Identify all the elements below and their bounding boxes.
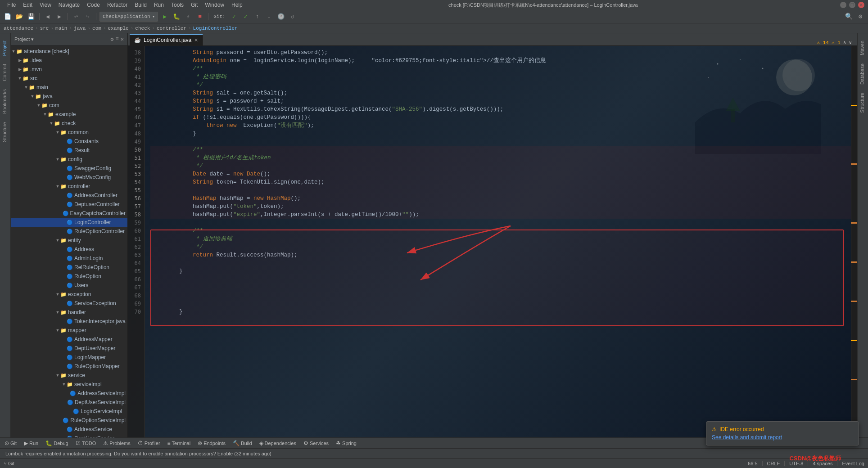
tree-item-controller[interactable]: ▼ 📁 controller [11, 182, 127, 191]
tab-bar-down[interactable]: ∨ [849, 40, 852, 45]
tree-item-loginserviceimpl[interactable]: 🔵 LoginServiceImpl [11, 407, 127, 416]
endpoints-bottom-btn[interactable]: ⊗ Endpoints [195, 438, 228, 448]
editor-content[interactable]: 3839404142434445464748495051525354555657… [128, 46, 857, 437]
tree-item-constants[interactable]: 🔵 Constants [11, 137, 127, 146]
close-button[interactable]: ✕ [858, 2, 864, 8]
error-details-link[interactable]: See details and submit report [712, 434, 853, 441]
search-everywhere-button[interactable]: 🔍 [844, 12, 854, 22]
menu-refactor[interactable]: Refactor [104, 0, 131, 10]
problems-bottom-btn[interactable]: ⚠ Problems [100, 438, 133, 448]
tree-item-mapper[interactable]: ▼ 📁 mapper [11, 326, 127, 335]
scroll-markers[interactable] [851, 46, 857, 437]
cursor-position[interactable]: 66:5 [748, 461, 757, 466]
tree-item-address[interactable]: 🔵 Address [11, 245, 127, 254]
bc-main[interactable]: main [55, 26, 67, 31]
tree-item-deptusermapper[interactable]: 🔵 DeptUserMapper [11, 344, 127, 353]
tree-item-addressservice[interactable]: 🔵 AddressService [11, 425, 127, 434]
tree-item-exception[interactable]: ▼ 📁 exception [11, 290, 127, 299]
terminal-bottom-btn[interactable]: ≡ Terminal [165, 438, 194, 448]
profile-button[interactable]: ⚡ [183, 12, 193, 22]
bc-com[interactable]: com [92, 26, 101, 31]
bc-src[interactable]: src [40, 26, 49, 31]
todo-bottom-btn[interactable]: ☑ TODO [73, 438, 99, 448]
tree-item-ruleoption[interactable]: 🔵 RuleOption [11, 272, 127, 281]
menu-git[interactable]: Git [187, 0, 201, 10]
database-tab[interactable]: Database [858, 60, 868, 88]
run-bottom-btn[interactable]: ▶ Run [21, 438, 41, 448]
tree-item--idea[interactable]: ▶ 📁 .idea [11, 56, 127, 65]
menu-edit[interactable]: Edit [19, 0, 36, 10]
code-content[interactable]: String password = userDto.getPassword();… [145, 46, 857, 437]
menu-run[interactable]: Run [150, 0, 167, 10]
profiler-bottom-btn[interactable]: ⏱ Profiler [135, 438, 163, 448]
event-log[interactable]: Event Log [842, 461, 864, 466]
git-bottom-btn[interactable]: ⊙ Git [2, 438, 19, 448]
stop-button[interactable]: ■ [195, 12, 205, 22]
undo-button[interactable]: ↩ [71, 12, 81, 22]
tree-item-webmvcconfig[interactable]: 🔵 WebMvcConfig [11, 173, 127, 182]
tree-item-result[interactable]: 🔵 Result [11, 146, 127, 155]
restore-button[interactable]: ❐ [849, 2, 855, 8]
tree-item-serviceimpl[interactable]: ▼ 📁 serviceImpl [11, 380, 127, 389]
maven-tab[interactable]: Maven [858, 37, 868, 59]
tree-item-tokeninterceptor-java[interactable]: 🔵 TokenInterceptor.java [11, 317, 127, 326]
forward-button[interactable]: ▶ [54, 12, 64, 22]
bc-check[interactable]: check [135, 26, 150, 31]
panel-close-icon[interactable]: ✕ [121, 36, 124, 43]
git-status[interactable]: ⑂ Git [4, 461, 14, 466]
tree-item-common[interactable]: ▼ 📁 common [11, 128, 127, 137]
panel-expand-icon[interactable]: ≡ [116, 36, 119, 43]
tree-item-addressmapper[interactable]: 🔵 AddressMapper [11, 335, 127, 344]
tree-item-ruleoptionmapper[interactable]: 🔵 RuleOptionMapper [11, 362, 127, 371]
bc-logincontroller[interactable]: LoginController [193, 26, 238, 31]
tree-item-deptusercontroller[interactable]: 🔵 DeptuserController [11, 200, 127, 209]
bc-example[interactable]: example [108, 26, 129, 31]
bc-java[interactable]: java [74, 26, 86, 31]
menu-window[interactable]: Window [201, 0, 228, 10]
git-checkmark-2[interactable]: ✓ [241, 12, 251, 22]
tree-item-relruleoption[interactable]: 🔵 RelRuleOption [11, 263, 127, 272]
code-editor[interactable]: 3839404142434445464748495051525354555657… [128, 46, 857, 437]
bc-controller[interactable]: controller [157, 26, 186, 31]
debug-button[interactable]: 🐛 [172, 12, 181, 22]
tree-item--mvn[interactable]: ▶ 📁 .mvn [11, 65, 127, 74]
tree-item-deptuserserviceimpl[interactable]: 🔵 DeptUserServiceImpl [11, 398, 127, 407]
tree-item-entity[interactable]: ▼ 📁 entity [11, 236, 127, 245]
tree-item-handler[interactable]: ▼ 📁 handler [11, 308, 127, 317]
tab-bar-up[interactable]: ∧ [843, 40, 846, 45]
tree-item-easycaptchacontroller[interactable]: 🔵 EasyCaptchaController [11, 209, 127, 218]
tree-item-swaggerconfig[interactable]: 🔵 SwaggerConfig [11, 164, 127, 173]
minimize-button[interactable]: – [840, 2, 846, 8]
tree-item-java[interactable]: ▼ 📁 java [11, 92, 127, 101]
tree-item-deptuserservice[interactable]: 🔵 DeptUserService [11, 434, 127, 437]
tree-item-users[interactable]: 🔵 Users [11, 281, 127, 290]
tree-item-config[interactable]: ▼ 📁 config [11, 155, 127, 164]
menu-tools[interactable]: Tools [167, 0, 187, 10]
tree-item-com[interactable]: ▼ 📁 com [11, 101, 127, 110]
git-history[interactable]: 🕐 [276, 12, 286, 22]
tree-item-src[interactable]: ▼ 📁 src [11, 74, 127, 83]
run-config-dropdown[interactable]: CheckApplication ▾ [99, 12, 158, 22]
menu-code[interactable]: Code [83, 0, 104, 10]
tree-item-serviceexception[interactable]: 🔵 ServiceException [11, 299, 127, 308]
tree-item-example[interactable]: ▼ 📁 example [11, 110, 127, 119]
bookmarks-tab[interactable]: Bookmarks [0, 86, 10, 117]
menu-help[interactable]: Help [228, 0, 246, 10]
settings-button[interactable]: ⚙ [855, 12, 865, 22]
structure-left-tab[interactable]: Structure [0, 118, 10, 146]
tree-item-service[interactable]: ▼ 📁 service [11, 371, 127, 380]
line-separator[interactable]: CRLF [767, 461, 780, 466]
git-checkmark-1[interactable]: ✓ [229, 12, 239, 22]
back-button[interactable]: ◀ [43, 12, 53, 22]
tree-item-attendance--check-[interactable]: ▼ 📁 attendance [check] [11, 47, 127, 56]
git-push[interactable]: ↑ [253, 12, 262, 22]
menu-view[interactable]: View [36, 0, 55, 10]
run-button[interactable]: ▶ [160, 12, 170, 22]
new-file-button[interactable]: 📄 [3, 12, 13, 22]
save-button[interactable]: 💾 [26, 12, 36, 22]
tab-logincontroller[interactable]: ☕ LoginController.java ✕ [130, 34, 203, 45]
panel-settings-icon[interactable]: ⚙ [110, 36, 113, 43]
git-pull[interactable]: ↓ [264, 12, 274, 22]
structure-right-tab[interactable]: Structure [858, 89, 868, 117]
tree-item-adminlogin[interactable]: 🔵 AdminLogin [11, 254, 127, 263]
